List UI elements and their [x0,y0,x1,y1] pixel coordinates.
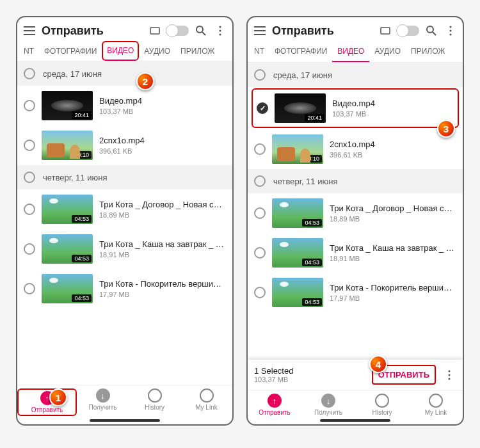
tab-audio[interactable]: АУДИО [369,42,406,62]
svg-point-12 [449,378,451,380]
bottom-nav: ↑ Отправить ↓ Получить ◷ History ⧉ My Li… [248,390,463,418]
duration-badge: 00:10 [302,155,322,163]
menu-icon[interactable] [22,24,36,38]
nav-mylink[interactable]: ⧉ My Link [409,394,463,416]
svg-point-4 [220,34,221,36]
page-title: Отправить [272,24,373,38]
nav-receive[interactable]: ↓ Получить [301,394,355,416]
more-icon[interactable] [442,368,456,382]
nav-label: History [372,409,392,416]
tab-photos[interactable]: ФОТОГРАФИИ [269,42,332,62]
video-filename: Три Кота _ Каша на завтрак _ Мультфи... [330,243,456,254]
tab-audio[interactable]: АУДИО [139,42,175,61]
video-list: среда, 17 июня 20:41 Видео.mp4 103,37 MB… [17,61,232,385]
item-radio-checked[interactable] [257,102,268,114]
item-radio[interactable] [254,207,266,219]
video-item[interactable]: 00:10 2cnx1o.mp4 396,61 KB [17,125,232,165]
video-info: Три Кота _ Каша на завтрак _ Мультфи... … [330,243,456,263]
video-info: Видео.mp4 103,37 MB [332,99,454,118]
toggle-switch[interactable] [167,26,189,36]
nav-history[interactable]: ◷ History [355,394,409,416]
step-badge-4: 4 [369,355,387,373]
svg-point-7 [450,26,452,28]
video-filename: Три Кота _ Договор _ Новая серия 149 _ М… [99,200,226,211]
duration-badge: 04:53 [302,298,322,306]
tab-video[interactable]: ВИДЕО [332,42,369,62]
date-label: среда, 17 июня [43,69,102,79]
video-list: среда, 17 июня 20:41 Видео.mp4 103,37 MB… [248,63,463,360]
tab-photos[interactable]: ФОТОГРАФИИ [39,42,102,61]
app-header: Отправить [17,17,232,42]
video-item[interactable]: 04:53 Три Кота _ Договор _ Новая серия 1… [248,193,463,233]
video-item[interactable]: 20:41 Видео.mp4 103,37 MB [17,86,232,125]
tab-apps[interactable]: ПРИЛОЖ [175,42,220,61]
video-item[interactable]: 04:53 Три Кота _ Договор _ Новая серия 1… [17,189,232,229]
more-icon[interactable] [213,24,227,38]
duration-badge: 20:41 [72,111,92,119]
nav-send[interactable]: ↑ Отправить [17,388,77,416]
more-icon[interactable] [444,24,458,38]
nav-label: Получить [89,404,117,411]
cast-icon[interactable] [378,24,392,38]
video-filesize: 18,89 MB [330,215,456,223]
tab-video[interactable]: ВИДЕО [102,41,139,61]
nav-label: My Link [195,404,217,411]
select-all-radio[interactable] [254,175,266,187]
tab-recent[interactable]: NT [19,42,39,61]
video-item[interactable]: 04:53 Три Кота - Покоритель вершин - ...… [248,273,463,312]
video-item[interactable]: 00:10 2cnx1o.mp4 396,61 KB [248,129,463,169]
item-radio[interactable] [254,247,266,259]
item-radio[interactable] [24,243,35,255]
nav-receive[interactable]: ↓ Получить [77,388,129,416]
item-radio[interactable] [254,287,266,298]
search-icon[interactable] [194,24,208,38]
video-item[interactable]: 04:53 Три Кота _ Каша на завтрак _ Мульт… [248,233,463,273]
nav-history[interactable]: ◷ History [129,388,180,416]
duration-badge: 04:53 [302,259,322,266]
select-all-radio[interactable] [24,68,35,79]
video-thumbnail: 04:53 [42,234,93,264]
tabs: NT ФОТОГРАФИИ ВИДЕО АУДИО ПРИЛОЖ [17,42,232,61]
search-icon[interactable] [424,24,438,38]
date-header[interactable]: среда, 17 июня [248,63,463,87]
video-info: 2cnx1o.mp4 396,61 KB [99,136,226,156]
svg-point-2 [220,26,221,28]
toggle-switch[interactable] [397,26,419,36]
selection-bar: 1 Selected 103,37 MB ОТПРАВИТЬ [248,360,463,390]
video-filename: 2cnx1o.mp4 [99,136,226,147]
nav-mylink[interactable]: ⧉ My Link [180,388,232,416]
video-item[interactable]: 04:53 Три Кота - Покоритель вершин - ...… [17,269,232,308]
video-filesize: 396,61 KB [99,147,226,155]
item-radio[interactable] [254,143,266,155]
link-icon: ⧉ [200,388,214,403]
video-thumbnail: 04:53 [272,238,323,268]
item-radio[interactable] [24,204,35,215]
item-radio[interactable] [24,283,35,294]
step-badge-1: 1 [49,388,67,406]
video-filesize: 17,97 MB [99,291,226,298]
date-header[interactable]: четверг, 11 июня [17,165,232,189]
cast-icon[interactable] [148,24,162,38]
nav-send[interactable]: ↑ Отправить [248,394,301,416]
item-radio[interactable] [24,140,35,151]
video-thumbnail: 20:41 [275,93,326,123]
video-filesize: 18,89 MB [99,211,226,219]
date-header[interactable]: четверг, 11 июня [248,169,463,193]
video-item[interactable]: 04:53 Три Кота _ Каша на завтрак _ Мульт… [17,229,232,269]
svg-rect-0 [150,28,159,34]
tabs: NT ФОТОГРАФИИ ВИДЕО АУДИО ПРИЛОЖ [248,42,463,63]
date-header[interactable]: среда, 17 июня [17,61,232,86]
date-label: четверг, 11 июня [273,177,337,186]
tab-apps[interactable]: ПРИЛОЖ [406,42,450,62]
video-filename: Три Кота - Покоритель вершин - ... [99,279,226,290]
select-all-radio[interactable] [254,69,266,81]
tab-recent[interactable]: NT [249,42,269,62]
video-filename: 2cnx1o.mp4 [330,140,456,150]
select-all-radio[interactable] [24,172,35,183]
menu-icon[interactable] [253,24,267,38]
video-item-selected[interactable]: 20:41 Видео.mp4 103,37 MB [252,88,459,128]
item-radio[interactable] [24,100,35,111]
video-filename: Видео.mp4 [332,99,454,109]
video-info: Три Кота _ Договор _ Новая серия 149 _ М… [330,204,456,223]
phone-right: Отправить NT ФОТОГРАФИИ ВИДЕО АУДИО ПРИЛ… [246,16,464,426]
